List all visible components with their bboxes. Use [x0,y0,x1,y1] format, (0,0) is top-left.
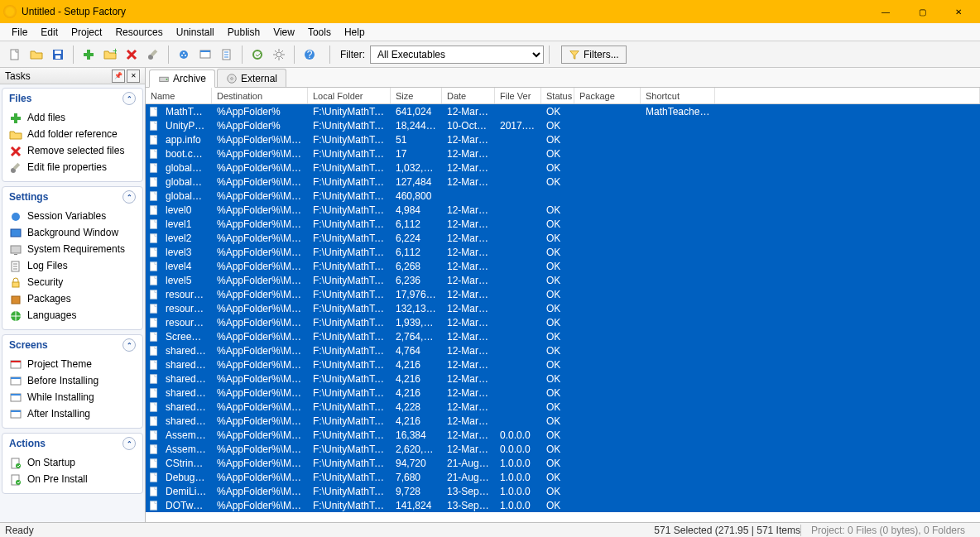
task-languages[interactable]: Languages [9,308,137,324]
settings-toolbar-icon[interactable] [269,45,289,65]
col-date[interactable]: Date [442,88,495,103]
col-destination[interactable]: Destination [212,88,308,103]
table-row[interactable]: sharedasse...%AppFolder%\Mat...F:\UnityM… [146,343,980,357]
col-file-ver[interactable]: File Ver [495,88,541,103]
close-button[interactable]: ✕ [940,0,977,23]
separator [168,46,169,64]
task-on-pre-install[interactable]: On Pre Install [9,472,137,488]
table-row[interactable]: Debugger.dll%AppFolder%\Mat...F:\UnityMa… [146,470,980,484]
add-folder-toolbar-icon[interactable]: + [100,45,120,65]
new-project-icon[interactable] [5,45,25,65]
task-while-installing[interactable]: While Installing [9,390,137,406]
table-row[interactable]: sharedasse...%AppFolder%\Mat...F:\UnityM… [146,400,980,414]
table-row[interactable]: sharedasse...%AppFolder%\Mat...F:\UnityM… [146,386,980,400]
build-toolbar-icon[interactable] [247,45,267,65]
tasks-close-icon[interactable]: ✕ [127,70,140,83]
table-row[interactable]: level0%AppFolder%\Mat...F:\UnityMathTeac… [146,203,980,217]
table-row[interactable]: ScreenSele...%AppFolder%\Mat...F:\UnityM… [146,329,980,343]
task-remove-selected-files[interactable]: Remove selected files [9,143,137,160]
table-row[interactable]: resources.a...%AppFolder%\Mat...F:\Unity… [146,301,980,315]
task-edit-file-properties[interactable]: Edit file properties [9,160,137,176]
maximize-button[interactable]: ▢ [904,0,940,23]
minimize-button[interactable]: — [867,0,904,23]
table-row[interactable]: boot.config%AppFolder%\Mat...F:\UnityMat… [146,146,980,161]
table-row[interactable]: resources.r...%AppFolder%\Mat...F:\Unity… [146,315,980,329]
cell-date: 21-Aug-20... [442,472,495,483]
task-on-startup[interactable]: On Startup [9,455,137,472]
table-row[interactable]: level1%AppFolder%\Mat...F:\UnityMathTeac… [146,217,980,231]
table-row[interactable]: globalgam...%AppFolder%\Mat...F:\UnityMa… [146,175,980,189]
menu-edit[interactable]: Edit [34,25,65,40]
table-row[interactable]: globalgam...%AppFolder%\Mat...F:\UnityMa… [146,189,980,203]
table-row[interactable]: level2%AppFolder%\Mat...F:\UnityMathTeac… [146,231,980,245]
table-row[interactable]: CString.dll%AppFolder%\Mat...F:\UnityMat… [146,456,980,470]
section-header-files[interactable]: Files⌃ [2,89,142,108]
table-row[interactable]: sharedasse...%AppFolder%\Mat...F:\UnityM… [146,372,980,386]
task-log-files[interactable]: Log Files [9,258,137,275]
task-session-variables[interactable]: Session Variables [9,209,137,225]
task-packages[interactable]: Packages [9,291,137,308]
tasks-pin-icon[interactable]: 📌 [112,70,125,83]
file-icon [147,261,161,272]
menu-publish[interactable]: Publish [221,25,267,40]
properties-toolbar-icon[interactable] [143,45,163,65]
col-package[interactable]: Package [574,88,641,103]
task-after-installing[interactable]: After Installing [9,406,137,423]
menu-project[interactable]: Project [65,25,108,40]
file-list[interactable]: MathTeach...%AppFolder%F:\UnityMathTeac.… [146,104,980,522]
svg-rect-69 [151,402,157,411]
open-project-icon[interactable] [26,45,46,65]
section-header-actions[interactable]: Actions⌃ [2,434,142,453]
help-toolbar-icon[interactable]: ? [300,45,319,65]
table-row[interactable]: MathTeach...%AppFolder%F:\UnityMathTeac.… [146,104,980,118]
save-project-icon[interactable] [48,45,68,65]
task-security[interactable]: Security [9,275,137,291]
task-background-window[interactable]: Background Window [9,225,137,242]
col-name[interactable]: Name [146,88,212,103]
filters-button[interactable]: Filters... [561,46,627,64]
section-header-screens[interactable]: Screens⌃ [2,335,142,355]
menu-resources[interactable]: Resources [108,25,169,40]
task-add-files[interactable]: Add files [9,110,137,127]
col-status[interactable]: Status [541,88,574,103]
cell-size: 2,620,928 [391,444,442,455]
menu-file[interactable]: File [5,25,34,40]
table-row[interactable]: sharedasse...%AppFolder%\Mat...F:\UnityM… [146,357,980,372]
screens-toolbar-icon[interactable] [195,45,215,65]
table-row[interactable]: level4%AppFolder%\Mat...F:\UnityMathTeac… [146,259,980,273]
section-header-settings[interactable]: Settings⌃ [2,187,142,207]
menu-help[interactable]: Help [338,25,372,40]
table-row[interactable]: globalgam...%AppFolder%\Mat...F:\UnityMa… [146,161,980,175]
table-row[interactable]: UnityPlayer...%AppFolder%F:\UnityMathTea… [146,118,980,132]
svg-rect-30 [12,296,20,304]
add-files-toolbar-icon[interactable] [79,45,98,65]
cell-status: OK [541,345,574,357]
tab-external[interactable]: External [217,69,286,87]
tab-archive[interactable]: Archive [149,70,215,88]
cell-size: 6,112 [391,218,442,230]
menu-uninstall[interactable]: Uninstall [170,25,221,40]
actions-toolbar-icon[interactable] [217,45,237,65]
table-row[interactable]: app.info%AppFolder%\Mat...F:\UnityMathTe… [146,132,980,146]
menu-tools[interactable]: Tools [301,25,338,40]
table-row[interactable]: level3%AppFolder%\Mat...F:\UnityMathTeac… [146,245,980,259]
table-row[interactable]: resources.a...%AppFolder%\Mat...F:\Unity… [146,287,980,301]
table-row[interactable]: Assembly-...%AppFolder%\Mat...F:\UnityMa… [146,442,980,456]
filter-select[interactable]: All Executables [370,46,544,64]
remove-toolbar-icon[interactable] [122,45,142,65]
table-row[interactable]: level5%AppFolder%\Mat...F:\UnityMathTeac… [146,273,980,287]
task-add-folder-reference[interactable]: Add folder reference [9,127,137,143]
table-row[interactable]: sharedasse...%AppFolder%\Mat...F:\UnityM… [146,414,980,428]
menu-view[interactable]: View [267,25,301,40]
task-project-theme[interactable]: Project Theme [9,357,137,373]
task-system-requirements[interactable]: System Requirements [9,242,137,258]
task-before-installing[interactable]: Before Installing [9,373,137,390]
cell-local-folder: F:\UnityMathTeac... [308,500,391,511]
col-shortcut[interactable]: Shortcut [641,88,715,103]
table-row[interactable]: Assembly-...%AppFolder%\Mat...F:\UnityMa… [146,428,980,442]
col-local-folder[interactable]: Local Folder [308,88,391,103]
col-size[interactable]: Size [391,88,442,103]
session-vars-toolbar-icon[interactable] [174,45,194,65]
table-row[interactable]: DemiLib.dll%AppFolder%\Mat...F:\UnityMat… [146,484,980,498]
table-row[interactable]: DOTween.dll%AppFolder%\Mat...F:\UnityMat… [146,498,980,512]
